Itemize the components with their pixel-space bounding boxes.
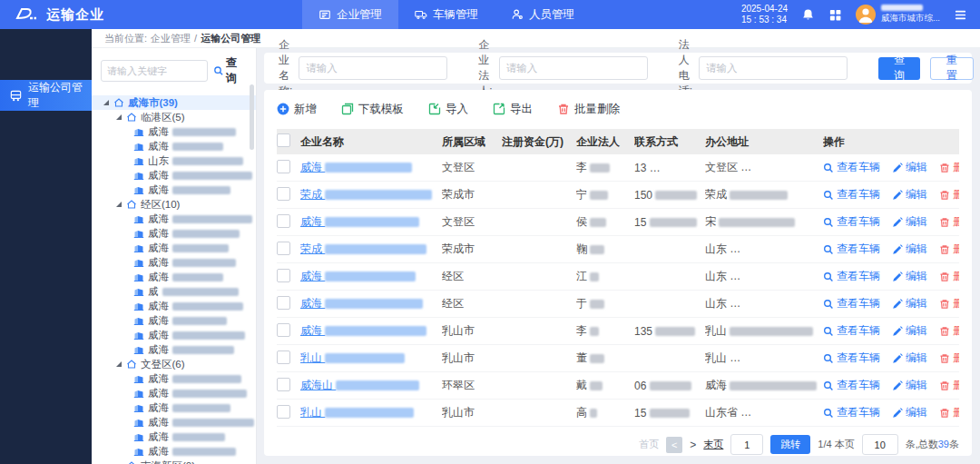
breadcrumb-section[interactable]: 企业管理 xyxy=(151,32,191,45)
prev-page-button[interactable]: < xyxy=(666,437,682,453)
view-vehicles-button[interactable]: 查看车辆 xyxy=(823,160,880,175)
view-vehicles-button[interactable]: 查看车辆 xyxy=(823,296,880,311)
view-vehicles-button[interactable]: 查看车辆 xyxy=(823,378,880,393)
view-vehicles-button[interactable]: 查看车辆 xyxy=(823,242,880,257)
enterprise-name-link[interactable]: 威海 xyxy=(300,297,423,310)
tree-node-city[interactable]: 威海市(39) xyxy=(92,95,256,110)
row-checkbox[interactable] xyxy=(277,296,290,310)
enterprise-name-input[interactable] xyxy=(299,56,447,80)
delete-button[interactable]: 删除 xyxy=(939,350,959,366)
export-button[interactable]: 导出 xyxy=(493,102,533,117)
tab-personnel-management[interactable]: 人员管理 xyxy=(495,0,591,29)
tree-caret-icon[interactable] xyxy=(115,201,122,208)
enterprise-name-link[interactable]: 威海 xyxy=(300,161,412,173)
select-all-checkbox[interactable] xyxy=(277,133,290,147)
add-button[interactable]: 新增 xyxy=(277,102,317,117)
enterprise-name-link[interactable]: 威海山 xyxy=(300,379,419,391)
tree-node-district[interactable]: 经区(10) xyxy=(92,197,256,212)
tree-node-company[interactable]: 威海 xyxy=(92,255,256,270)
sidebar-item-transport-company-management[interactable]: 运输公司管理 xyxy=(0,80,92,111)
tree-node-company[interactable]: 威海 xyxy=(92,328,256,342)
delete-button[interactable]: 删除 xyxy=(939,378,959,393)
tree-node-company[interactable]: 威海 xyxy=(92,386,256,400)
enterprise-name-link[interactable]: 乳山 xyxy=(300,406,414,419)
tree-search-input[interactable] xyxy=(101,60,208,82)
row-checkbox[interactable] xyxy=(277,214,290,228)
tree-node-company[interactable]: 威海 xyxy=(92,183,256,197)
tree-node-district[interactable]: 南海新区(0) xyxy=(92,459,256,464)
row-checkbox[interactable] xyxy=(277,160,290,173)
import-button[interactable]: 导入 xyxy=(428,102,468,117)
tree-caret-icon[interactable] xyxy=(115,360,122,368)
row-checkbox[interactable] xyxy=(277,350,290,364)
row-checkbox[interactable] xyxy=(277,187,290,201)
tree-node-company[interactable]: 威海 xyxy=(92,400,256,415)
edit-button[interactable]: 编辑 xyxy=(892,296,927,311)
edit-button[interactable]: 编辑 xyxy=(892,160,927,175)
edit-button[interactable]: 编辑 xyxy=(892,405,927,420)
tree-node-district[interactable]: 文登区(6) xyxy=(92,357,256,371)
tab-enterprise-management[interactable]: 企业管理 xyxy=(302,0,398,29)
tree-node-company[interactable]: 威海 xyxy=(92,444,256,459)
delete-button[interactable]: 删除 xyxy=(939,405,959,420)
delete-button[interactable]: 删除 xyxy=(939,187,959,202)
view-vehicles-button[interactable]: 查看车辆 xyxy=(823,323,880,339)
edit-button[interactable]: 编辑 xyxy=(892,350,927,366)
tree-node-company[interactable]: 威海 xyxy=(92,371,256,386)
tree-caret-icon[interactable] xyxy=(115,114,122,121)
delete-button[interactable]: 删除 xyxy=(939,214,959,230)
tree-node-district[interactable]: 临港区(5) xyxy=(92,110,256,124)
tab-vehicle-management[interactable]: 车辆管理 xyxy=(398,0,495,29)
enterprise-name-link[interactable]: 威海 xyxy=(300,324,426,337)
batch-delete-button[interactable]: 批量删除 xyxy=(557,102,620,117)
enterprise-name-link[interactable]: 荣成 xyxy=(300,242,426,255)
tree-node-company[interactable]: 威海 xyxy=(92,429,256,444)
edit-button[interactable]: 编辑 xyxy=(892,323,927,339)
tree-node-company[interactable]: 威海 xyxy=(92,226,256,241)
row-checkbox[interactable] xyxy=(277,405,290,419)
delete-button[interactable]: 删除 xyxy=(939,242,959,257)
tree-node-company[interactable]: 威海 xyxy=(92,342,256,357)
apps-grid-icon[interactable] xyxy=(828,8,842,22)
view-vehicles-button[interactable]: 查看车辆 xyxy=(823,214,880,230)
enterprise-name-link[interactable]: 乳山 xyxy=(300,351,405,364)
user-block[interactable]: 威海市城市综... xyxy=(856,5,940,25)
view-vehicles-button[interactable]: 查看车辆 xyxy=(823,187,880,202)
legal-person-input[interactable] xyxy=(499,56,648,80)
edit-button[interactable]: 编辑 xyxy=(892,187,927,202)
edit-button[interactable]: 编辑 xyxy=(892,214,927,230)
tree-node-company[interactable]: 山东 xyxy=(92,153,256,168)
page-number-input[interactable] xyxy=(730,434,763,455)
row-checkbox[interactable] xyxy=(277,323,290,337)
hamburger-menu-icon[interactable] xyxy=(954,8,967,22)
jump-button[interactable]: 跳转 xyxy=(770,435,810,454)
delete-button[interactable]: 删除 xyxy=(939,269,959,284)
tree-node-company[interactable]: 威海 xyxy=(92,313,256,328)
legal-phone-input[interactable] xyxy=(699,56,848,80)
download-template-button[interactable]: 下载模板 xyxy=(341,102,404,117)
tree-node-company[interactable]: 威海 xyxy=(92,212,256,226)
tree-node-company[interactable]: 威 xyxy=(92,284,256,299)
tree-node-company[interactable]: 威海 xyxy=(92,270,256,284)
search-button[interactable]: 查询 xyxy=(878,57,920,80)
edit-button[interactable]: 编辑 xyxy=(892,269,927,284)
row-checkbox[interactable] xyxy=(277,242,290,255)
delete-button[interactable]: 删除 xyxy=(939,160,959,175)
row-checkbox[interactable] xyxy=(277,269,290,282)
page-size-input[interactable] xyxy=(862,434,898,455)
tree-node-company[interactable]: 威海 xyxy=(92,168,256,183)
delete-button[interactable]: 删除 xyxy=(939,296,959,311)
tree-node-company[interactable]: 威海 xyxy=(92,139,256,153)
edit-button[interactable]: 编辑 xyxy=(892,242,927,257)
tree-node-company[interactable]: 威海 xyxy=(92,415,256,429)
view-vehicles-button[interactable]: 查看车辆 xyxy=(823,269,880,284)
view-vehicles-button[interactable]: 查看车辆 xyxy=(823,405,880,420)
delete-button[interactable]: 删除 xyxy=(939,323,959,339)
edit-button[interactable]: 编辑 xyxy=(892,378,927,393)
tree-node-company[interactable]: 威海 xyxy=(92,124,256,139)
view-vehicles-button[interactable]: 查看车辆 xyxy=(823,350,880,366)
reset-button[interactable]: 重置 xyxy=(930,57,974,80)
tree-caret-icon[interactable] xyxy=(103,99,110,106)
tree-scrollbar[interactable] xyxy=(250,84,254,150)
row-checkbox[interactable] xyxy=(277,378,290,391)
